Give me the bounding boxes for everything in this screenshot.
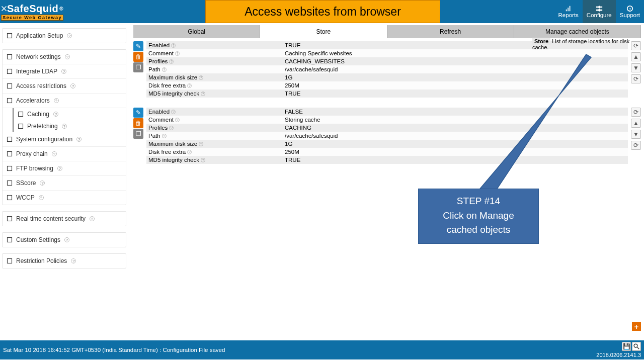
clone-button[interactable]: ❐ [133,129,143,139]
search-icon-button[interactable] [632,342,641,351]
svg-rect-19 [8,259,12,263]
delete-button[interactable]: 🗑 [133,118,143,128]
info-panel: Store List of storage locations for disk… [532,38,641,50]
block-side-button-1[interactable]: ▲ [631,119,641,128]
sidebar-item-network-settings[interactable]: Network settings? [3,50,126,64]
banner: Access websites from browser [205,0,440,23]
callout-line1: Click on Manage [423,209,534,223]
logo: SafeSquid® Secure Web Gateway [0,2,66,22]
config-row: Comment?Caching Specific websites [146,49,628,57]
sidebar-item-proxy-chain[interactable]: Proxy chain? [3,147,126,161]
top-action-reports[interactable]: Reports [554,0,583,23]
top-action-support[interactable]: ?Support [616,0,644,23]
footer: Sat Mar 10 2018 16:41:52 GMT+0530 (India… [0,340,644,359]
sidebar-item-access-restrictions[interactable]: Access restrictions? [3,79,126,94]
add-button[interactable]: + [632,322,641,331]
svg-line-22 [637,347,639,349]
sidebar-item-prefetching[interactable]: Prefetching? [14,120,126,132]
svg-rect-0 [566,10,567,12]
config-row: MD5 integrity check?TRUE [146,156,628,164]
config-row: MD5 integrity check?TRUE [146,89,628,98]
tab-refresh[interactable]: Refresh [387,25,514,38]
logo-icon [1,6,7,12]
sidebar-item-integrate-ldap[interactable]: Integrate LDAP? [3,64,126,79]
sidebar-item-ftp-browsing[interactable]: FTP browsing? [3,161,126,176]
step-callout: STEP #14 Click on Manage cached objects [418,189,539,244]
config-row: Disk free extra?250M [146,148,628,156]
sidebar-item-accelerators[interactable]: Accelerators? [3,94,126,108]
sidebar: Application Setup?Network settings?Integ… [0,23,128,340]
svg-rect-2 [569,6,570,12]
svg-rect-15 [8,181,12,186]
svg-rect-5 [8,34,12,38]
config-row: Path?/var/cache/safesquid [146,65,628,73]
tab-global[interactable]: Global [133,25,260,38]
footer-version: 2018.0206.2141.3 [596,352,641,358]
config-row: Enabled?FALSE [146,108,628,116]
config-holder: ✎🗑❐Enabled?TRUEComment?Caching Specific … [133,41,641,164]
block-side-button-3[interactable]: ⟳ [631,141,641,150]
sidebar-item-application-setup[interactable]: Application Setup? [3,29,126,43]
sidebar-item-caching[interactable]: Caching? [14,108,126,120]
block-side-button-0[interactable]: ⟳ [631,108,641,117]
footer-status: Sat Mar 10 2018 16:41:52 GMT+0530 (India… [3,347,225,353]
svg-rect-9 [8,99,12,103]
svg-rect-8 [8,84,12,88]
logo-subtitle: Secure Web Gateway [1,15,63,21]
info-title: Store [532,38,550,45]
block-side-button-3[interactable]: ⟳ [631,74,641,83]
content-area: GlobalStoreRefreshManage cached objects … [128,23,644,340]
edit-button[interactable]: ✎ [133,108,143,118]
config-row: Path?/var/cache/safesquid [146,132,628,140]
callout-line2: cached objects [423,223,534,237]
callout-step: STEP #14 [423,194,534,209]
clone-button[interactable]: ❐ [133,62,143,72]
top-bar: SafeSquid® Secure Web Gateway Access web… [0,0,644,23]
svg-rect-7 [8,69,12,74]
svg-rect-14 [8,166,12,171]
tab-manage-cached-objects[interactable]: Manage cached objects [514,25,641,38]
config-row: Profiles?CACHING [146,124,628,132]
sidebar-item-sscore[interactable]: SScore? [3,176,126,191]
sidebar-item-wccp[interactable]: WCCP? [3,191,126,205]
sidebar-item-custom-settings[interactable]: Custom Settings? [3,233,126,247]
svg-rect-11 [19,124,23,129]
svg-rect-1 [568,8,569,11]
save-icon-button[interactable]: 💾 [622,342,631,351]
block-side-button-2[interactable]: ▼ [631,130,641,139]
sidebar-item-restriction-policies[interactable]: Restriction Policies? [3,254,126,268]
svg-rect-12 [8,137,12,142]
svg-rect-6 [8,55,12,59]
config-row: Maximum disk size?1G [146,73,628,81]
logo-text: SafeSquid [7,3,58,15]
delete-button[interactable]: 🗑 [133,52,143,62]
block-side-button-1[interactable]: ▲ [631,52,641,61]
svg-rect-16 [8,196,12,200]
tab-store[interactable]: Store [260,25,387,38]
top-action-configure[interactable]: Configure [583,0,616,23]
svg-rect-17 [8,217,12,221]
sidebar-item-real-time-content-security[interactable]: Real time content security? [3,212,126,226]
svg-text:?: ? [629,7,631,12]
sidebar-item-system-configuration[interactable]: System configuration? [3,132,126,147]
svg-rect-13 [8,152,12,156]
svg-rect-10 [19,112,23,117]
block-side-button-2[interactable]: ▼ [631,63,641,72]
config-row: Maximum disk size?1G [146,140,628,148]
config-row: Disk free extra?250M [146,81,628,89]
edit-button[interactable]: ✎ [133,41,143,51]
tabs: GlobalStoreRefreshManage cached objects [133,25,641,38]
top-actions: ReportsConfigure?Support [554,0,644,23]
config-row: Comment?Storing cache [146,116,628,124]
config-row: Profiles?CACHING_WEBSITES [146,57,628,65]
svg-point-21 [634,344,637,347]
svg-rect-18 [8,238,12,242]
